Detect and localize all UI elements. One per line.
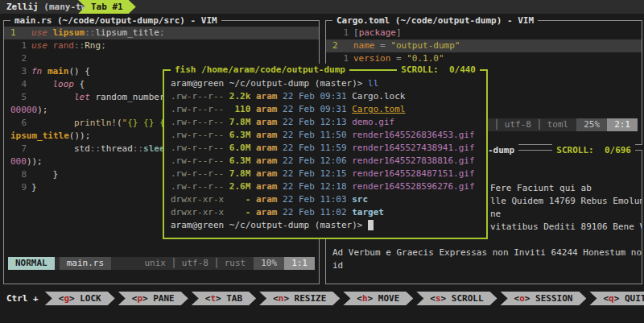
shell-line: .rw-r--r-- 6.0M aram 22 Feb 11:59 render…: [164, 142, 486, 155]
shell-line: .rw-r--r-- 6.3M aram 22 Feb 12:06 render…: [164, 155, 486, 168]
keybind-scroll[interactable]: <s> SCROLL: [416, 292, 497, 305]
keybind-resize[interactable]: <n> RESIZE: [259, 292, 340, 305]
keybind-move[interactable]: <h> MOVE: [343, 292, 413, 305]
shell-line: .rw-r--r-- 7.8M aram 22 Feb 12:15 render…: [164, 168, 486, 180]
code-line: 1version = "0.1.0": [326, 52, 642, 65]
file-meta: unix │ utf-8 │ rust: [144, 257, 254, 270]
tab-1[interactable]: Tab #1: [78, 0, 136, 14]
top-bar: Zellij (many-twist) Tab #1: [0, 0, 644, 14]
shell-line: drwxr-xr-x - aram 22 Feb 11:03 src: [164, 193, 486, 206]
line-number: 3: [10, 65, 31, 78]
app-name: Zellij: [6, 1, 43, 14]
code-line: 1[package]: [326, 27, 642, 39]
position-chip: 1:1: [284, 257, 315, 270]
line-number: 4: [10, 78, 31, 91]
line-number: 1: [332, 27, 353, 39]
line-number: 6: [10, 117, 31, 130]
shell-line: .rw-r--r-- 2.2k aram 22 Feb 09:31 Cargo.…: [164, 90, 486, 103]
line-number: 9: [10, 181, 31, 194]
keybind-bar: Ctrl + <g> LOCK<p> PANE<t> TAB<n> RESIZE…: [0, 292, 644, 305]
keybind-quit[interactable]: <q> QUIT: [589, 292, 644, 305]
output-line: Ad Verbum e Graecis Expressas non Inviti…: [326, 246, 642, 259]
shell-line: aram@green ~/c/output-dump (master)>: [164, 219, 486, 232]
code-line: 1use rand::Rng;: [4, 39, 319, 52]
line-number: 1: [10, 39, 31, 52]
keybind-tab[interactable]: <t> TAB: [192, 292, 256, 305]
percent-chip: 10%: [254, 257, 284, 270]
vim-statusline-main: NORMAL main.rs unix │ utf-8 │ rust 10% 1…: [8, 257, 315, 270]
line-number: 8: [10, 168, 31, 181]
shell-line: .rw-r--r-- 6.3M aram 22 Feb 11:50 render…: [164, 129, 486, 142]
floating-pane-fish[interactable]: fish /home/aram/code/output-dump SCROLL:…: [163, 69, 488, 239]
shell-output-area: aram@green ~/c/output-dump (master)> ll.…: [164, 71, 486, 238]
shell-line: drwxr-xr-x - aram 22 Feb 11:02 target: [164, 206, 486, 219]
filename-chip: main.rs: [60, 257, 111, 270]
keybar-prefix: Ctrl +: [6, 292, 39, 305]
zellij-screen: Zellij (many-twist) Tab #1 main.rs (~/co…: [0, 0, 644, 323]
line-number: 1: [10, 27, 31, 39]
output-line: id: [326, 259, 642, 272]
shell-line: .rw-r--r-- 2.6M aram 22 Feb 12:18 render…: [164, 180, 486, 193]
percent-chip: 25%: [576, 118, 607, 131]
keybind-session[interactable]: <o> SESSION: [501, 292, 587, 305]
line-number: 2: [10, 52, 31, 65]
keybind-lock[interactable]: <g> LOCK: [45, 292, 115, 305]
shell-line: .rw-r--r-- 110 aram 22 Feb 09:31 Cargo.t…: [164, 103, 486, 116]
shell-line: aram@green ~/c/output-dump (master)> ll: [164, 77, 486, 90]
shell-line: .rw-r--r-- 7.8M aram 22 Feb 12:13 demo.g…: [164, 116, 486, 129]
line-number: 2: [332, 39, 353, 52]
mode-indicator: NORMAL: [8, 257, 55, 270]
position-chip: 2:1: [607, 118, 638, 131]
line-number: 5: [10, 91, 31, 104]
hint-bar: (FLOATING PANES VISIBLE): Press Ctrl-p +…: [6, 307, 311, 321]
code-line: 2name = "output-dump": [326, 39, 642, 52]
code-line: 1use lipsum::lipsum_title;: [4, 27, 319, 39]
line-number: 7: [10, 143, 31, 155]
keybind-pane[interactable]: <p> PANE: [118, 292, 188, 305]
